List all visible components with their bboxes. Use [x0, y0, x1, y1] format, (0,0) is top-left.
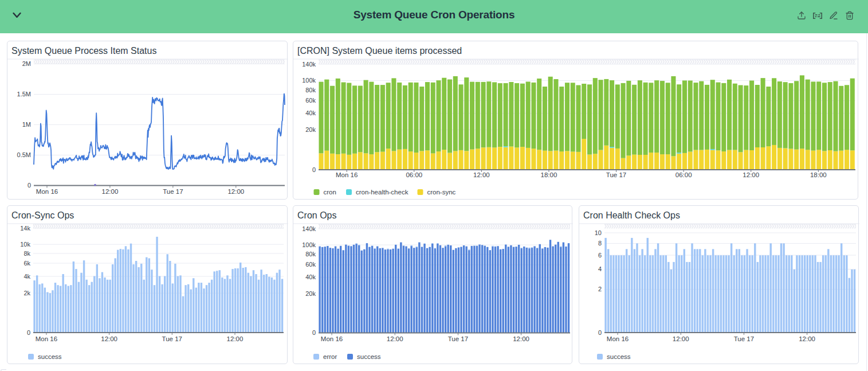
svg-text:Tue 17: Tue 17 — [163, 188, 183, 195]
svg-text:success: success — [38, 353, 62, 360]
svg-text:12:00: 12:00 — [513, 335, 529, 342]
svg-text:60k: 60k — [305, 261, 316, 268]
svg-text:12:00: 12:00 — [799, 335, 815, 342]
svg-text:8k: 8k — [23, 250, 30, 257]
svg-text:12:00: 12:00 — [102, 188, 119, 195]
svg-text:Mon 16: Mon 16 — [321, 335, 343, 342]
svg-text:12:00: 12:00 — [227, 188, 244, 195]
svg-text:Tue 17: Tue 17 — [606, 171, 626, 178]
svg-text:140k: 140k — [302, 61, 316, 68]
svg-text:success: success — [607, 353, 631, 360]
svg-text:2: 2 — [598, 286, 602, 292]
svg-text:100k: 100k — [302, 241, 316, 248]
svg-text:100k: 100k — [302, 77, 316, 84]
svg-text:Mon 16: Mon 16 — [607, 335, 629, 342]
svg-text:cron-health-check: cron-health-check — [356, 189, 409, 196]
svg-text:Tue 17: Tue 17 — [162, 335, 182, 342]
svg-text:0: 0 — [312, 166, 316, 173]
svg-text:12:00: 12:00 — [473, 171, 490, 178]
svg-text:error: error — [323, 353, 337, 360]
svg-text:Tue 17: Tue 17 — [448, 335, 468, 342]
svg-text:Tue 17: Tue 17 — [734, 335, 754, 342]
svg-text:80k: 80k — [305, 251, 316, 257]
svg-text:14k: 14k — [20, 225, 30, 232]
svg-text:4: 4 — [598, 265, 602, 272]
svg-text:2k: 2k — [23, 290, 30, 296]
svg-text:Mon 16: Mon 16 — [336, 171, 358, 178]
svg-text:80k: 80k — [305, 87, 316, 93]
svg-text:2M: 2M — [22, 60, 31, 67]
svg-text:Mon 16: Mon 16 — [36, 335, 57, 342]
svg-text:06:00: 06:00 — [406, 171, 422, 178]
svg-text:12:00: 12:00 — [743, 171, 759, 178]
svg-text:12:00: 12:00 — [227, 335, 243, 342]
svg-text:4k: 4k — [23, 273, 30, 280]
svg-text:20k: 20k — [305, 126, 316, 133]
svg-text:6: 6 — [598, 252, 602, 259]
svg-text:06:00: 06:00 — [675, 171, 692, 178]
svg-text:10k: 10k — [20, 241, 30, 248]
svg-text:0: 0 — [312, 329, 316, 336]
svg-text:12:00: 12:00 — [101, 335, 117, 342]
svg-text:6k: 6k — [23, 260, 30, 267]
svg-text:12:00: 12:00 — [673, 335, 689, 342]
svg-text:60k: 60k — [305, 97, 316, 104]
svg-text:cron: cron — [324, 189, 336, 196]
svg-text:1M: 1M — [22, 121, 31, 128]
svg-text:Mon 16: Mon 16 — [36, 188, 58, 195]
svg-text:0: 0 — [598, 329, 602, 336]
svg-text:18:00: 18:00 — [810, 171, 827, 178]
svg-text:0.5M: 0.5M — [17, 151, 31, 158]
svg-text:1.5M: 1.5M — [17, 91, 31, 97]
svg-text:10: 10 — [595, 229, 602, 236]
svg-text:cron-sync: cron-sync — [427, 189, 456, 196]
svg-text:40k: 40k — [305, 274, 316, 280]
svg-text:18:00: 18:00 — [541, 171, 557, 178]
svg-text:140k: 140k — [302, 225, 316, 232]
svg-text:0: 0 — [27, 329, 30, 336]
svg-text:0: 0 — [28, 182, 31, 189]
svg-text:20k: 20k — [305, 290, 316, 297]
svg-text:success: success — [357, 353, 381, 360]
svg-text:40k: 40k — [305, 110, 316, 116]
svg-text:12:00: 12:00 — [387, 335, 403, 342]
svg-text:8: 8 — [598, 240, 602, 247]
